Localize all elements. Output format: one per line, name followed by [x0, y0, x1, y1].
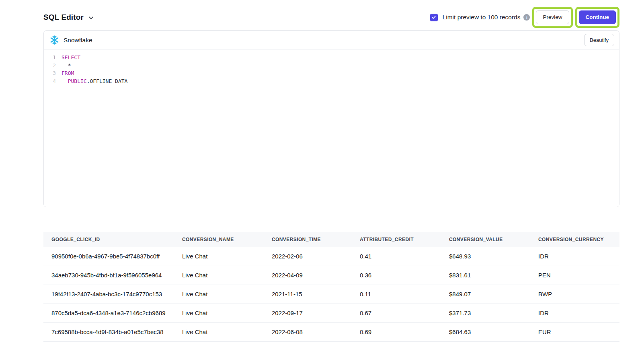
connector-info: Snowflake: [49, 35, 92, 45]
check-icon: [431, 15, 436, 20]
beautify-button[interactable]: Beautify: [584, 34, 614, 46]
column-header: CONVERSION_CURRENCY: [530, 232, 619, 247]
table-cell: 7c69588b-bcca-4d9f-834b-a01e5c7bec38: [43, 322, 174, 341]
preview-annotation-highlight: Preview: [532, 7, 572, 28]
code-token: *: [62, 62, 71, 68]
table-cell: Live Chat: [174, 322, 264, 341]
code-line-content: FROM: [56, 69, 74, 77]
sql-editor-title-dropdown[interactable]: SQL Editor: [43, 13, 94, 22]
table-cell: 34aeb730-945b-4fbd-bf1a-9f596055e964: [43, 266, 174, 285]
editor-header: Snowflake Beautify: [44, 31, 619, 50]
continue-button[interactable]: Continue: [579, 10, 616, 24]
table-row[interactable]: 90950f0e-0b6a-4967-9be5-4f74837bc0ffLive…: [43, 247, 619, 266]
snowflake-icon: [49, 35, 59, 45]
table-cell: Live Chat: [174, 285, 264, 304]
connector-name: Snowflake: [64, 37, 92, 44]
column-header: CONVERSION_VALUE: [441, 232, 530, 247]
line-number: 2: [44, 62, 56, 70]
table-cell: 0.36: [352, 266, 441, 285]
table-row[interactable]: 19f42f13-2407-4aba-bc3c-174c9770c153Live…: [43, 285, 619, 304]
table-cell: 2022-02-06: [264, 247, 352, 266]
sql-code-editor[interactable]: 1SELECT2 *3FROM4 PUBLIC.OFFLINE_DATA: [44, 50, 619, 85]
continue-annotation-highlight: Continue: [575, 7, 620, 28]
table-cell: 2022-06-08: [264, 322, 352, 341]
table-row[interactable]: 870c5da5-dca6-4348-a1e3-7146c2cb9689Live…: [43, 304, 619, 322]
table-cell: Live Chat: [174, 266, 264, 285]
line-number: 3: [44, 69, 56, 77]
code-token: FROM: [62, 70, 74, 76]
table-cell: 0.67: [352, 304, 441, 322]
table-cell: Live Chat: [174, 304, 264, 322]
table-cell: $831.61: [441, 266, 530, 285]
column-header: CONVERSION_TIME: [264, 232, 352, 247]
preview-button[interactable]: Preview: [536, 10, 569, 24]
code-line: 4 PUBLIC.OFFLINE_DATA: [44, 77, 619, 85]
code-line: 2 *: [44, 62, 619, 70]
table-cell: $849.07: [441, 285, 530, 304]
code-line-content: PUBLIC.OFFLINE_DATA: [56, 77, 127, 85]
code-token: [62, 78, 68, 84]
table-cell: BWP: [530, 285, 619, 304]
table-cell: IDR: [530, 247, 619, 266]
table-cell: $371.73: [441, 304, 530, 322]
code-token: .OFFLINE_DATA: [87, 78, 128, 84]
table-cell: IDR: [530, 304, 619, 322]
table-row[interactable]: 34aeb730-945b-4fbd-bf1a-9f596055e964Live…: [43, 266, 619, 285]
table-cell: 2022-04-09: [264, 266, 352, 285]
table-cell: $648.93: [441, 247, 530, 266]
table-cell: 2021-11-15: [264, 285, 352, 304]
table-header: GOOGLE_CLICK_IDCONVERSION_NAMECONVERSION…: [43, 232, 619, 247]
limit-preview-checkbox[interactable]: [430, 14, 438, 21]
column-header: CONVERSION_NAME: [174, 232, 264, 247]
code-token: SELECT: [62, 54, 80, 60]
topbar-actions: Limit preview to 100 records i Preview C…: [430, 7, 619, 28]
table-cell: 0.11: [352, 285, 441, 304]
line-number: 4: [44, 77, 56, 85]
table-cell: 19f42f13-2407-4aba-bc3c-174c9770c153: [43, 285, 174, 304]
results-table: GOOGLE_CLICK_IDCONVERSION_NAMECONVERSION…: [43, 232, 619, 342]
page-title: SQL Editor: [43, 13, 84, 22]
limit-preview-label: Limit preview to 100 records: [443, 14, 521, 21]
table-row[interactable]: 7c69588b-bcca-4d9f-834b-a01e5c7bec38Live…: [43, 322, 619, 341]
code-token: PUBLIC: [68, 78, 87, 84]
table-cell: 0.41: [352, 247, 441, 266]
table-cell: $684.63: [441, 322, 530, 341]
table-cell: 870c5da5-dca6-4348-a1e3-7146c2cb9689: [43, 304, 174, 322]
chevron-down-icon: [88, 15, 94, 21]
code-line-content: *: [56, 62, 71, 70]
code-line: 1SELECT: [44, 54, 619, 62]
table-cell: 2022-09-17: [264, 304, 352, 322]
table-cell: 90950f0e-0b6a-4967-9be5-4f74837bc0ff: [43, 247, 174, 266]
table-cell: Live Chat: [174, 247, 264, 266]
code-line-content: SELECT: [56, 54, 80, 62]
table-cell: 0.69: [352, 322, 441, 341]
code-line: 3FROM: [44, 69, 619, 77]
topbar: SQL Editor Limit preview to 100 records …: [43, 7, 619, 27]
table-cell: EUR: [530, 322, 619, 341]
sql-editor-card: Snowflake Beautify 1SELECT2 *3FROM4 PUBL…: [43, 30, 619, 207]
column-header: ATTRIBUTED_CREDIT: [352, 232, 441, 247]
info-icon[interactable]: i: [523, 14, 530, 21]
column-header: GOOGLE_CLICK_ID: [43, 232, 174, 247]
table-cell: PEN: [530, 266, 619, 285]
line-number: 1: [44, 54, 56, 62]
